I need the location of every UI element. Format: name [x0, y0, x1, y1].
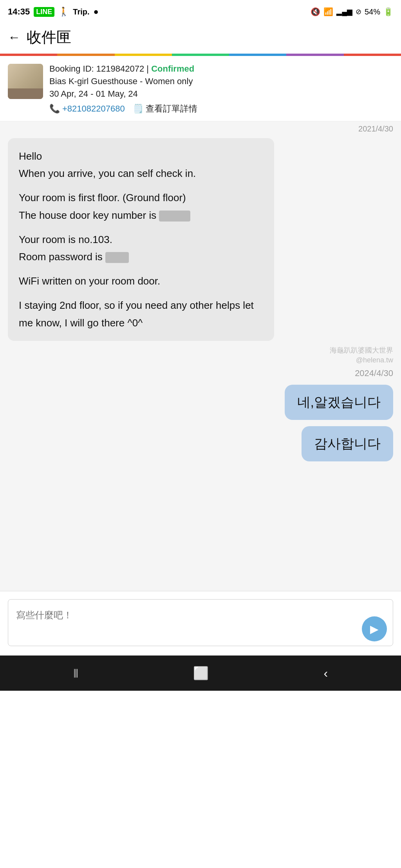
booking-actions: 📞 +821082207680 🗒️ 查看訂單詳情 — [49, 103, 393, 115]
details-label: 查看訂單詳情 — [146, 103, 197, 115]
confirmed-badge: Confirmed — [151, 64, 194, 74]
password-blurred — [105, 252, 129, 263]
key-number-blurred — [159, 211, 190, 222]
watermark-line1: 海龜趴趴婆國大世界 — [0, 346, 393, 355]
phone-icon: 📞 — [49, 104, 60, 114]
status-left: 14:35 LINE 🚶 Trip. ● — [8, 7, 99, 17]
dot-icon: ● — [94, 7, 99, 17]
reply-wrapper-1: 네,알겠습니다 — [0, 382, 401, 423]
chat-area: 2021/4/30 Hello When you arrive, you can… — [0, 121, 401, 591]
msg-line3: Your room is first floor. (Ground floor)… — [19, 189, 263, 223]
reply-bubble-2: 감사합니다 — [302, 426, 393, 461]
battery-icon: 🔋 — [383, 7, 393, 16]
input-area: ▶ — [0, 591, 401, 656]
bottom-nav: ⦀ ⬜ ‹ — [0, 656, 401, 691]
signal-icon: ▂▄▆ — [336, 7, 352, 16]
details-link[interactable]: 🗒️ 查看訂單詳情 — [133, 103, 197, 115]
home-icon[interactable]: ⬜ — [193, 666, 209, 681]
reply-text-2: 감사합니다 — [314, 436, 381, 451]
back-icon[interactable]: ‹ — [324, 666, 328, 681]
trip-label: Trip. — [73, 7, 89, 16]
message-date: 2024/4/30 — [0, 365, 401, 382]
watermark: 海龜趴趴婆國大世界 @helena.tw — [0, 344, 401, 365]
walking-icon: 🚶 — [58, 7, 69, 17]
property-name: Bias K-girl Guesthouse - Women only — [49, 76, 393, 86]
details-icon: 🗒️ — [133, 104, 143, 114]
send-icon: ▶ — [370, 623, 379, 636]
booking-section: Booking ID: 1219842072 | Confirmed Bias … — [0, 56, 401, 121]
line-icon: LINE — [34, 7, 54, 17]
battery-label: 54% — [365, 7, 380, 16]
reply-wrapper-2: 감사합니다 — [0, 423, 401, 465]
nosim-icon: ⊘ — [356, 7, 361, 16]
page-title: 收件匣 — [27, 27, 71, 47]
phone-link[interactable]: 📞 +821082207680 — [49, 104, 125, 114]
booking-id-text: Booking ID: 1219842072 | — [49, 64, 151, 74]
status-bar: 14:35 LINE 🚶 Trip. ● 🔇 📶 ▂▄▆ ⊘ 54% 🔋 — [0, 0, 401, 23]
msg-line6: Room password is — [19, 251, 129, 263]
booking-id-line: Booking ID: 1219842072 | Confirmed — [49, 64, 393, 74]
message-bubble: Hello When you arrive, you can self chec… — [8, 138, 274, 341]
property-image — [8, 64, 43, 99]
message-input[interactable] — [8, 599, 393, 646]
reply-text-1: 네,알겠습니다 — [297, 394, 381, 409]
msg-line4: The house door key number is — [19, 209, 190, 221]
reply-bubble-1: 네,알겠습니다 — [285, 385, 393, 420]
phone-number: +821082207680 — [62, 104, 125, 114]
booking-dates: 30 Apr, 24 - 01 May, 24 — [49, 89, 393, 99]
sender-time: 2021/4/30 — [0, 121, 401, 135]
send-button[interactable]: ▶ — [362, 616, 387, 641]
booking-details: Booking ID: 1219842072 | Confirmed Bias … — [49, 64, 393, 115]
status-right: 🔇 📶 ▂▄▆ ⊘ 54% 🔋 — [311, 7, 393, 16]
menu-icon[interactable]: ⦀ — [73, 666, 78, 681]
mute-icon: 🔇 — [311, 7, 320, 16]
watermark-line2: @helena.tw — [0, 355, 393, 365]
page-header: ← 收件匣 — [0, 23, 401, 54]
msg-line1: Hello When you arrive, you can self chec… — [19, 148, 263, 182]
back-button[interactable]: ← — [8, 30, 20, 45]
msg-line8: I staying 2nd floor, so if you need any … — [19, 297, 263, 331]
msg-line5: Your room is no.103. Room password is — [19, 231, 263, 265]
time-display: 14:35 — [8, 7, 30, 17]
wifi-icon: 📶 — [323, 7, 333, 16]
msg-line7: WiFi written on your room door. — [19, 272, 263, 290]
